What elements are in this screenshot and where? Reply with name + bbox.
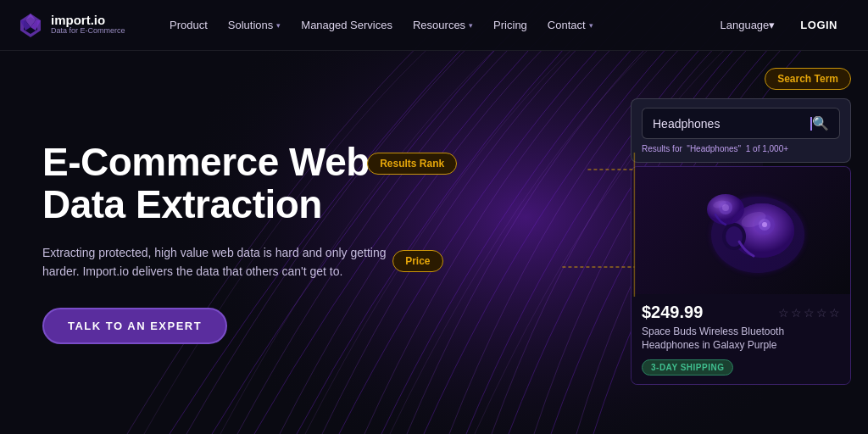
search-box-area: Headphones 🔍 Results for "Headphones" 1 … — [631, 98, 851, 163]
brand-tagline: Data for E-Commerce — [51, 26, 125, 36]
nav-pricing[interactable]: Pricing — [485, 0, 536, 51]
results-rank-label: Results Rank — [367, 153, 457, 175]
star-5: ☆ — [829, 306, 840, 320]
product-card-container: Search Term Headphones 🔍 Results for "He… — [631, 68, 851, 385]
star-1: ☆ — [778, 306, 789, 320]
logo-text: import.io Data for E-Commerce — [51, 14, 125, 36]
results-text: Results for "Headphones" 1 of 1,000+ — [642, 144, 840, 153]
brand-name: import.io — [51, 14, 125, 26]
main-content: E-Commerce Web Data Extraction Extractin… — [0, 51, 868, 434]
product-image-card: $249.99 ☆ ☆ ☆ ☆ ☆ Space Buds Wireless Bl… — [631, 166, 851, 385]
logo[interactable]: import.io Data for E-Commerce — [17, 12, 127, 39]
search-value: Headphones — [653, 117, 810, 131]
star-4: ☆ — [816, 306, 827, 320]
product-demo-section: Results Rank Price Search Term Headphone… — [477, 51, 868, 434]
nav-resources[interactable]: Resources ▾ — [404, 0, 481, 51]
cta-button[interactable]: TALK TO AN EXPERT — [42, 308, 227, 344]
product-name: Space Buds Wireless Bluetooth Headphones… — [642, 326, 840, 352]
product-image — [632, 167, 850, 294]
nav-links: Product Solutions ▾ Managed Services Res… — [161, 0, 711, 51]
nav-product[interactable]: Product — [161, 0, 216, 51]
star-2: ☆ — [791, 306, 802, 320]
login-button[interactable]: LOGIN — [787, 0, 851, 51]
search-term-label: Search Term — [765, 68, 851, 90]
product-price: $249.99 — [642, 303, 703, 322]
nav-managed-services[interactable]: Managed Services — [292, 0, 401, 51]
solutions-chevron-icon: ▾ — [276, 21, 281, 30]
product-stars: ☆ ☆ ☆ ☆ ☆ — [778, 306, 840, 320]
shipping-badge: 3-DAY SHIPPING — [642, 359, 733, 376]
nav-solutions[interactable]: Solutions ▾ — [220, 0, 289, 51]
search-input-box[interactable]: Headphones 🔍 — [642, 108, 840, 139]
nav-contact[interactable]: Contact ▾ — [539, 0, 602, 51]
navbar: import.io Data for E-Commerce Product So… — [0, 0, 868, 51]
logo-icon — [17, 12, 44, 39]
contact-chevron-icon: ▾ — [589, 21, 593, 30]
svg-point-14 — [762, 222, 767, 227]
language-chevron-icon: ▾ — [769, 19, 775, 31]
resources-chevron-icon: ▾ — [469, 21, 473, 30]
price-label-bubble: Price — [392, 250, 442, 272]
hero-description: Extracting protected, high value web dat… — [42, 243, 407, 281]
product-info: $249.99 ☆ ☆ ☆ ☆ ☆ Space Buds Wireless Bl… — [632, 294, 850, 384]
hero-section: E-Commerce Web Data Extraction Extractin… — [0, 51, 477, 434]
star-3: ☆ — [804, 306, 815, 320]
headphone-illustration — [673, 175, 809, 286]
search-icon: 🔍 — [812, 115, 829, 131]
language-selector[interactable]: Language ▾ — [711, 0, 783, 51]
nav-right: Language ▾ LOGIN — [711, 0, 851, 51]
